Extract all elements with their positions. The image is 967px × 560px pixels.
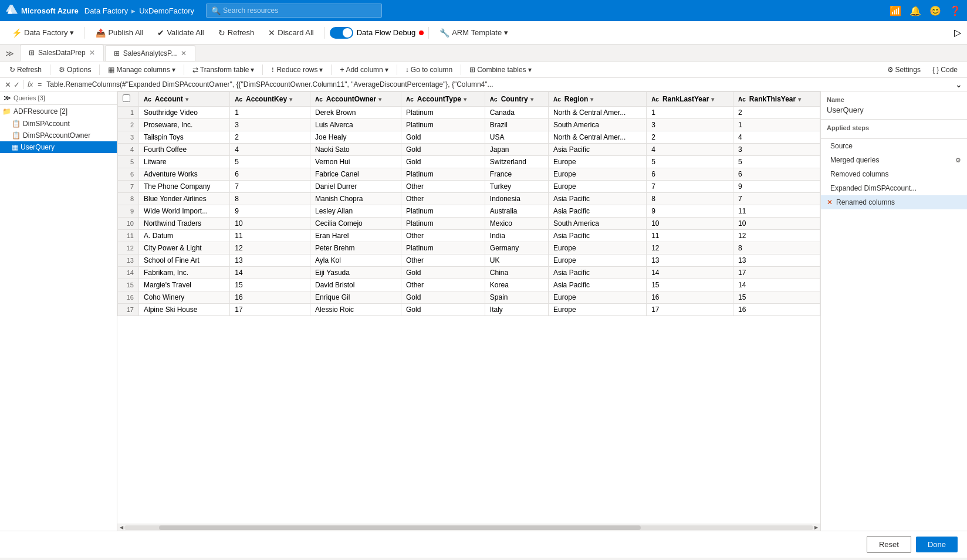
account-sort-icon[interactable]: ▾ bbox=[185, 96, 188, 103]
step-item-removed[interactable]: Removed columns bbox=[821, 167, 967, 181]
help-icon[interactable]: ❓ bbox=[949, 5, 961, 16]
table-row[interactable]: 2Proseware, Inc.3Luis AlvercaPlatinumBra… bbox=[118, 119, 820, 131]
col-header-country[interactable]: Ac Country ▾ bbox=[485, 92, 548, 107]
col-header-accountkey[interactable]: Ac AccountKey ▾ bbox=[230, 92, 310, 107]
tab-sales-analytics-close[interactable]: ✕ bbox=[181, 49, 187, 57]
breadcrumb-ux-demo[interactable]: UxDemoFactory bbox=[139, 6, 194, 15]
reset-button[interactable]: Reset bbox=[867, 536, 911, 553]
qt-add-column-button[interactable]: + Add column ▾ bbox=[335, 64, 393, 76]
tab-sales-data-prep[interactable]: ⊞ SalesDataPrep ✕ bbox=[20, 45, 104, 62]
refresh-button[interactable]: ↻ Refresh bbox=[212, 26, 261, 40]
expand-button[interactable]: ▷ bbox=[954, 27, 961, 38]
col-header-region[interactable]: Ac Region ▾ bbox=[548, 92, 646, 107]
col-header-accounttype[interactable]: Ac AccountType ▾ bbox=[401, 92, 485, 107]
formula-cancel-icon[interactable]: ✕ bbox=[5, 80, 11, 89]
table-row[interactable]: 13School of Fine Art13Ayla KolOtherUKEur… bbox=[118, 254, 820, 267]
table-row[interactable]: 3Tailspin Toys2Joe HealyGoldUSANorth & C… bbox=[118, 131, 820, 144]
scroll-thumb[interactable] bbox=[159, 525, 641, 530]
step-item-source[interactable]: Source bbox=[821, 139, 967, 153]
code-button[interactable]: { } Code bbox=[928, 64, 962, 76]
table-row[interactable]: 10Northwind Traders10Cecilia ComejoPlati… bbox=[118, 218, 820, 230]
qt-reduce-rows-button[interactable]: ⫶ Reduce rows ▾ bbox=[266, 64, 327, 76]
notification-icon[interactable]: 🔔 bbox=[909, 5, 921, 16]
table-cell: Europe bbox=[548, 254, 646, 267]
accounttype-sort-icon[interactable]: ▾ bbox=[464, 96, 466, 103]
table-row[interactable]: 7The Phone Company7Daniel DurrerOtherTur… bbox=[118, 181, 820, 193]
table-row[interactable]: 12City Power & Light12Peter BrehmPlatinu… bbox=[118, 242, 820, 254]
validate-button[interactable]: ✔ Validate All bbox=[151, 26, 209, 40]
step-gear-icon[interactable]: ⚙ bbox=[955, 157, 961, 164]
debug-toggle[interactable] bbox=[330, 27, 353, 39]
table-cell: Europe bbox=[548, 291, 646, 304]
horizontal-scrollbar[interactable]: ◀ ▶ bbox=[117, 524, 820, 531]
arm-template-button[interactable]: 🔧 ARM Template ▾ bbox=[434, 26, 514, 40]
table-row[interactable]: 14Fabrikam, Inc.14Eiji YasudaGoldChinaAs… bbox=[118, 267, 820, 279]
settings-button[interactable]: ⚙ Settings bbox=[883, 64, 925, 76]
adf-resource-group[interactable]: 📁 ADFResource [2] bbox=[0, 105, 117, 118]
table-row[interactable]: 5Litware5Vernon HuiGoldSwitzerlandEurope… bbox=[118, 156, 820, 168]
data-factory-button[interactable]: ⚡ Data Factory ▾ bbox=[6, 26, 80, 40]
table-row[interactable]: 11A. Datum11Eran HarelOtherIndiaAsia Pac… bbox=[118, 230, 820, 242]
table-row[interactable]: 15Margie's Travel15David BristolOtherKor… bbox=[118, 279, 820, 291]
col-header-ranklastyear[interactable]: Ac RankLastYear ▾ bbox=[647, 92, 733, 107]
ranklastyear-sort-icon[interactable]: ▾ bbox=[711, 96, 714, 103]
table-row[interactable]: 9Wide World Import...9Lesley AllanPlatin… bbox=[118, 205, 820, 218]
wifi-icon[interactable]: 📶 bbox=[890, 5, 901, 16]
rankthisyear-type-icon: Ac bbox=[738, 96, 746, 103]
left-collapse-button[interactable]: ≫ bbox=[3, 46, 16, 60]
table-cell: South America bbox=[548, 218, 646, 230]
scroll-right-icon[interactable]: ▶ bbox=[813, 525, 819, 530]
qt-sep-2 bbox=[99, 65, 100, 75]
breadcrumb-data-factory[interactable]: Data Factory bbox=[84, 6, 128, 15]
qt-refresh-button[interactable]: ↻ Refresh bbox=[5, 64, 46, 76]
qt-options-button[interactable]: ⚙ Options bbox=[54, 64, 96, 76]
table-cell: Australia bbox=[485, 205, 548, 218]
search-input[interactable] bbox=[223, 6, 377, 15]
account-type-icon: Ac bbox=[144, 96, 151, 103]
col-header-accountowner[interactable]: Ac AccountOwner ▾ bbox=[310, 92, 401, 107]
qt-combine-chevron: ▾ bbox=[528, 66, 532, 74]
step-item-renamed[interactable]: ✕Renamed columns bbox=[821, 195, 967, 209]
accountowner-sort-icon[interactable]: ▾ bbox=[378, 96, 381, 103]
country-sort-icon[interactable]: ▾ bbox=[530, 96, 533, 103]
rankthisyear-sort-icon[interactable]: ▾ bbox=[798, 96, 801, 103]
table-row[interactable]: 4Fourth Coffee4Naoki SatoGoldJapanAsia P… bbox=[118, 144, 820, 156]
qt-manage-columns-button[interactable]: ▦ Manage columns ▾ bbox=[103, 64, 180, 76]
done-button[interactable]: Done bbox=[916, 537, 958, 552]
table-cell: City Power & Light bbox=[139, 242, 230, 254]
table-row[interactable]: 16Coho Winery16Enrique GilGoldSpainEurop… bbox=[118, 291, 820, 304]
dim-sp-account-item[interactable]: 📋 DimSPAccount bbox=[0, 118, 117, 130]
tab-sales-analytics[interactable]: ⊞ SalesAnalytcsP... ✕ bbox=[105, 45, 195, 61]
formula-confirm-icon[interactable]: ✓ bbox=[13, 80, 20, 89]
data-factory-label: Data Factory bbox=[24, 28, 67, 37]
table-cell: Tailspin Toys bbox=[139, 131, 230, 144]
tab-sales-data-prep-close[interactable]: ✕ bbox=[89, 49, 95, 57]
qt-transform-button[interactable]: ⇄ Transform table ▾ bbox=[188, 64, 259, 76]
formula-expand-icon[interactable]: ⌄ bbox=[955, 80, 962, 89]
scroll-track[interactable] bbox=[124, 525, 813, 530]
table-row[interactable]: 17Alpine Ski House17Alessio RoicGoldItal… bbox=[118, 304, 820, 316]
step-item-expanded[interactable]: Expanded DimSPAccount... bbox=[821, 181, 967, 195]
qt-goto-column-button[interactable]: ↓ Go to column bbox=[401, 64, 457, 76]
tab-sales-analytics-label: SalesAnalytcsP... bbox=[123, 49, 177, 57]
step-item-merged[interactable]: Merged queries⚙ bbox=[821, 153, 967, 167]
region-sort-icon[interactable]: ▾ bbox=[590, 96, 593, 103]
table-row[interactable]: 1Southridge Video1Derek BrownPlatinumCan… bbox=[118, 107, 820, 119]
azure-search-box[interactable]: 🔍 bbox=[206, 4, 382, 18]
scroll-left-icon[interactable]: ◀ bbox=[119, 525, 124, 530]
col-header-account[interactable]: Ac Account ▾ bbox=[139, 92, 230, 107]
select-all-checkbox[interactable] bbox=[123, 94, 130, 102]
table-cell: 9 bbox=[230, 205, 310, 218]
publish-button[interactable]: 📤 Publish All bbox=[90, 26, 149, 40]
discard-button[interactable]: ✕ Discard All bbox=[262, 26, 319, 40]
panel-expand-btn[interactable]: ≫ bbox=[4, 94, 11, 102]
table-row[interactable]: 6Adventure Works6Fabrice CanelPlatinumFr… bbox=[118, 168, 820, 181]
dim-sp-account-owner-item[interactable]: 📋 DimSPAccountOwner bbox=[0, 130, 117, 141]
col-header-rankthisyear[interactable]: Ac RankThisYear ▾ bbox=[733, 92, 820, 107]
user-query-item[interactable]: ▦ UserQuery bbox=[0, 141, 117, 153]
accountkey-sort-icon[interactable]: ▾ bbox=[289, 96, 292, 103]
smiley-icon[interactable]: 😊 bbox=[929, 5, 941, 16]
table-row[interactable]: 8Blue Yonder Airlines8Manish ChopraOther… bbox=[118, 193, 820, 205]
data-grid-wrapper[interactable]: Ac Account ▾ Ac AccountKey ▾ bbox=[117, 91, 820, 524]
qt-combine-button[interactable]: ⊞ Combine tables ▾ bbox=[465, 64, 536, 76]
